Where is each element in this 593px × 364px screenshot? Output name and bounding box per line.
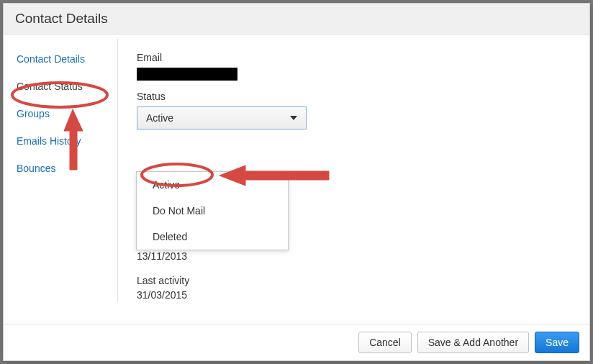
sidebar-item-bounces[interactable]: Bounces [17,163,117,174]
sidebar: Contact Details Contact Status Groups Em… [4,39,118,302]
status-select[interactable]: Active [137,106,307,129]
email-value-redacted [137,68,237,81]
contact-details-modal: Contact Details Contact Details Contact … [3,3,590,361]
chevron-down-icon [290,116,297,120]
status-dropdown: Active Do Not Mail Deleted [136,171,289,250]
last-change-status-value: 13/11/2013 [137,250,571,262]
status-option-active[interactable]: Active [137,172,288,198]
save-button[interactable]: Save [535,332,579,353]
sidebar-item-emails-history[interactable]: Emails History [17,135,117,147]
status-option-deleted[interactable]: Deleted [137,224,288,250]
last-activity-value: 31/03/2015 [137,289,571,301]
email-label: Email [137,52,571,63]
sidebar-item-contact-details[interactable]: Contact Details [17,53,117,65]
save-add-another-button[interactable]: Save & Add Another [417,332,529,353]
status-option-do-not-mail[interactable]: Do Not Mail [137,198,288,224]
status-label: Status [137,91,571,102]
last-activity-label: Last activity [137,275,571,286]
modal-footer: Cancel Save & Add Another Save [4,324,589,360]
status-select-value: Active [146,112,173,124]
sidebar-item-contact-status[interactable]: Contact Status [17,81,117,92]
sidebar-item-groups[interactable]: Groups [17,108,117,119]
modal-title: Contact Details [4,4,589,35]
cancel-button[interactable]: Cancel [358,332,412,353]
